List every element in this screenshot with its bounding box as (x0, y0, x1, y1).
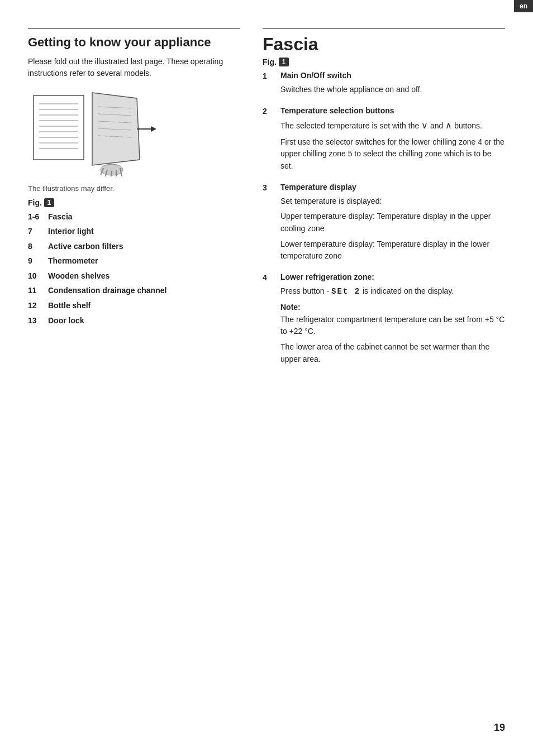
item-label: Bottle shelf (48, 300, 91, 312)
right-section-title: Fascia (263, 35, 505, 54)
item-label: Thermometer (48, 256, 98, 267)
language-tag: en (514, 0, 533, 12)
svg-marker-17 (151, 126, 156, 132)
item-label: Interior light (48, 226, 94, 237)
item-num: 8 (28, 241, 48, 252)
item-num: 11 (28, 285, 48, 296)
fascia-item-header: 2Temperature selection buttons (263, 106, 505, 116)
item-label: Door lock (48, 315, 84, 327)
fascia-item-header: 4Lower refrigeration zone: (263, 272, 505, 282)
illustration (28, 87, 162, 176)
illus-caption: The illustrations may differ. (28, 184, 240, 193)
item-label: Active carbon filters (48, 241, 123, 252)
fascia-body: Switches the whole appliance on and off. (263, 84, 505, 96)
fascia-para: First use the selector switches for the … (280, 136, 505, 173)
fascia-num: 4 (263, 272, 273, 282)
list-item: 1-6Fascia (28, 212, 240, 223)
fascia-body: The selected temperature is set with the… (263, 119, 505, 173)
seg-display: SEt 2 (331, 287, 360, 296)
fascia-title: Temperature display (280, 183, 356, 192)
svg-rect-0 (34, 95, 84, 160)
fascia-num: 2 (263, 106, 273, 116)
fascia-para: The selected temperature is set with the… (280, 119, 505, 133)
right-column: Fascia Fig. 1 1Main On/Off switchSwitche… (263, 28, 505, 375)
list-item: 7Interior light (28, 226, 240, 237)
left-fig-num: 1 (44, 198, 54, 207)
illustration-svg (28, 87, 162, 176)
fascia-para: Lower temperature display: Temperature d… (280, 238, 505, 262)
right-fig-num: 1 (279, 58, 289, 66)
fascia-sections: 1Main On/Off switchSwitches the whole ap… (263, 71, 505, 365)
item-label: Condensation drainage channel (48, 285, 166, 296)
list-item: 9Thermometer (28, 256, 240, 267)
list-item: 13Door lock (28, 315, 240, 327)
left-fig-label: Fig. 1 (28, 198, 240, 207)
svg-marker-10 (92, 93, 140, 165)
fascia-item: 2Temperature selection buttonsThe select… (263, 106, 505, 173)
left-section-title: Getting to know your appliance (28, 35, 240, 50)
list-item: 12Bottle shelf (28, 300, 240, 312)
fascia-item-header: 1Main On/Off switch (263, 71, 505, 80)
page-number: 19 (494, 722, 505, 734)
note-label: Note: (280, 303, 301, 312)
fascia-item-header: 3Temperature display (263, 183, 505, 192)
right-top-rule (263, 28, 505, 29)
item-label: Fascia (48, 212, 73, 223)
list-item: 10Wooden shelves (28, 271, 240, 282)
item-num: 7 (28, 226, 48, 237)
fascia-body: Set temperature is displayed:Upper tempe… (263, 195, 505, 262)
item-num: 1-6 (28, 212, 48, 223)
item-num: 13 (28, 315, 48, 327)
fascia-title: Main On/Off switch (280, 71, 351, 80)
fascia-title: Temperature selection buttons (280, 106, 394, 115)
item-list: 1-6Fascia7Interior light8Active carbon f… (28, 212, 240, 327)
fascia-num: 1 (263, 71, 273, 80)
item-label: Wooden shelves (48, 271, 110, 282)
fascia-para: Press button - SEt 2 is indicated on the… (280, 285, 505, 298)
list-item: 11Condensation drainage channel (28, 285, 240, 296)
fascia-para: Switches the whole appliance on and off. (280, 84, 505, 96)
right-fig-label: Fig. 1 (263, 58, 505, 66)
left-top-rule (28, 28, 240, 29)
list-item: 8Active carbon filters (28, 241, 240, 252)
left-intro: Please fold out the illustrated last pag… (28, 56, 240, 79)
left-column: Getting to know your appliance Please fo… (28, 28, 240, 375)
fascia-para: Upper temperature display: Temperature d… (280, 210, 505, 235)
fascia-item: 4Lower refrigeration zone:Press button -… (263, 272, 505, 365)
item-num: 10 (28, 271, 48, 282)
fascia-title: Lower refrigeration zone: (280, 272, 374, 281)
main-columns: Getting to know your appliance Please fo… (28, 28, 505, 375)
page: en Getting to know your appliance Please… (0, 0, 533, 756)
fascia-item: 1Main On/Off switchSwitches the whole ap… (263, 71, 505, 96)
item-num: 9 (28, 256, 48, 267)
item-num: 12 (28, 300, 48, 312)
fascia-body: Press button - SEt 2 is indicated on the… (263, 285, 505, 365)
fascia-para: Set temperature is displayed: (280, 195, 505, 208)
fascia-item: 3Temperature displaySet temperature is d… (263, 183, 505, 262)
fascia-num: 3 (263, 183, 273, 192)
fascia-para: The lower area of the cabinet cannot be … (280, 341, 505, 365)
fascia-para: Note:The refrigerator compartment temper… (280, 302, 505, 338)
